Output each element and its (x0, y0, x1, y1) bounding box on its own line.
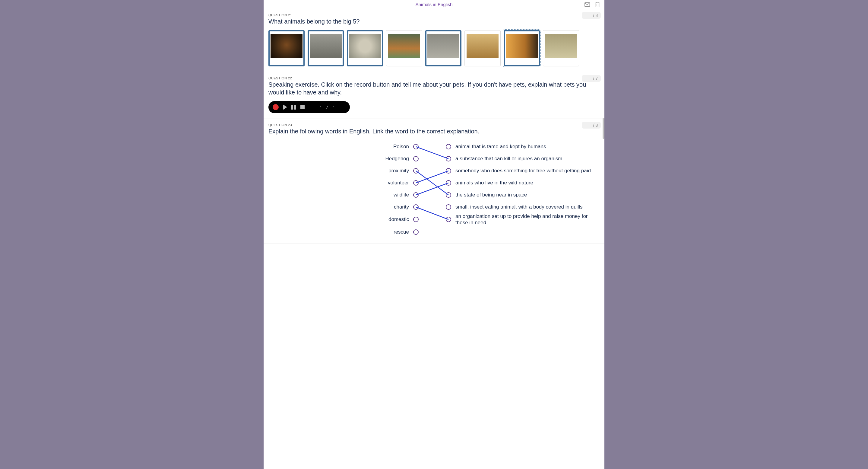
match-left-dot[interactable] (413, 156, 418, 162)
question-number-q22: QUESTION 22 (269, 76, 599, 80)
match-right-label: small, insect eating animal, with a body… (454, 204, 599, 210)
question-number-q21: QUESTION 21 (269, 13, 599, 17)
match-left-label: charity (269, 204, 410, 210)
match-right-label: animals who live in the wild nature (454, 180, 599, 186)
match-left-label: rescue (269, 229, 410, 235)
match-left-label: volunteer (269, 180, 410, 186)
pause-button[interactable] (291, 105, 296, 110)
match-right-dot[interactable] (446, 144, 451, 149)
max-score-q22: / 7 (593, 76, 598, 81)
audio-recorder: _:_ / _:_ (269, 101, 350, 113)
mail-icon[interactable] (584, 1, 591, 8)
match-row: domestican organization set up to provid… (269, 213, 599, 226)
max-score-q21: / 8 (593, 13, 598, 18)
match-row: Hedgehoga substance that can kill or inj… (269, 153, 599, 165)
match-right-dot[interactable] (446, 217, 451, 222)
stop-button[interactable] (300, 105, 305, 109)
match-left-dot[interactable] (413, 192, 418, 198)
match-row: Poisonanimal that is tame and kept by hu… (269, 141, 599, 153)
rhino-image (427, 34, 459, 58)
play-button[interactable] (283, 105, 287, 110)
question-23-block: / 8 QUESTION 23 Explain the following wo… (264, 119, 604, 244)
page-title: Animals in English (415, 2, 453, 7)
score-badge-q23: / 8 (582, 122, 601, 128)
score-input-q21[interactable] (585, 13, 592, 18)
buffalo-image (506, 34, 538, 58)
question-text-q23: Explain the following words in English. … (269, 127, 599, 135)
match-left-dot[interactable] (413, 180, 418, 185)
elephant-image (310, 34, 342, 58)
match-right-label: the state of being near in space (454, 192, 599, 198)
match-row: wildlifethe state of being near in space (269, 189, 599, 201)
match-right-label: an organization set up to provide help a… (454, 213, 599, 226)
score-badge-q21: / 8 (582, 12, 601, 19)
match-right-dot[interactable] (446, 204, 451, 210)
match-left-dot[interactable] (413, 217, 418, 222)
image-card-tiger[interactable] (386, 30, 422, 66)
leopard-image (349, 34, 381, 58)
trash-icon[interactable] (594, 1, 601, 8)
score-input-q23[interactable] (585, 123, 592, 128)
match-right-dot[interactable] (446, 192, 451, 198)
image-card-leopard[interactable] (347, 30, 383, 66)
match-left-label: domestic (269, 216, 410, 223)
match-left-label: Hedgehog (269, 156, 410, 162)
lion-image (271, 34, 303, 58)
score-input-q22[interactable] (585, 76, 592, 81)
question-text-q22: Speaking exercise. Click on the record b… (269, 81, 599, 96)
crocodile-image (545, 34, 577, 58)
image-card-buffalo[interactable] (504, 30, 540, 66)
image-card-lion[interactable] (269, 30, 305, 66)
recorder-time: _:_ / _:_ (309, 105, 346, 109)
match-right-label: a substance that can kill or injures an … (454, 155, 599, 162)
match-left-label: Poison (269, 144, 410, 150)
match-row: proximitysomebody who does something for… (269, 165, 599, 177)
image-card-rhino[interactable] (425, 30, 461, 66)
question-22-block: / 7 QUESTION 22 Speaking exercise. Click… (264, 72, 604, 119)
match-right-label: animal that is tame and kept by humans (454, 143, 599, 150)
app-container: Animals in English / 8 QUESTION 21 What … (264, 0, 604, 469)
matching-grid-q23: Poisonanimal that is tame and kept by hu… (269, 141, 599, 238)
match-right-dot[interactable] (446, 180, 451, 185)
match-left-dot[interactable] (413, 144, 418, 149)
image-choices-q21 (269, 30, 599, 66)
image-card-giraffe[interactable] (464, 30, 501, 66)
match-right-label: somebody who does something for free wit… (454, 168, 599, 174)
match-left-label: wildlife (269, 192, 410, 198)
record-button[interactable] (273, 104, 279, 110)
match-right-dot[interactable] (446, 156, 451, 162)
header-bar: Animals in English (264, 0, 604, 9)
giraffe-image (467, 34, 499, 58)
question-21-block: / 8 QUESTION 21 What animals belong to t… (264, 9, 604, 72)
match-left-dot[interactable] (413, 229, 418, 235)
question-text-q21: What animals belong to the big 5? (269, 18, 599, 25)
max-score-q23: / 8 (593, 123, 598, 128)
image-card-crocodile[interactable] (543, 30, 579, 66)
match-row: charitysmall, insect eating animal, with… (269, 201, 599, 213)
tiger-image (388, 34, 420, 58)
svg-rect-0 (585, 2, 590, 6)
match-row: rescue (269, 226, 599, 238)
match-left-label: proximity (269, 168, 410, 174)
score-badge-q22: / 7 (582, 75, 601, 82)
match-right-dot[interactable] (446, 168, 451, 174)
match-row: volunteeranimals who live in the wild na… (269, 177, 599, 189)
match-left-dot[interactable] (413, 168, 418, 174)
question-number-q23: QUESTION 23 (269, 123, 599, 127)
match-left-dot[interactable] (413, 204, 418, 210)
header-actions (584, 1, 601, 8)
image-card-elephant[interactable] (308, 30, 344, 66)
